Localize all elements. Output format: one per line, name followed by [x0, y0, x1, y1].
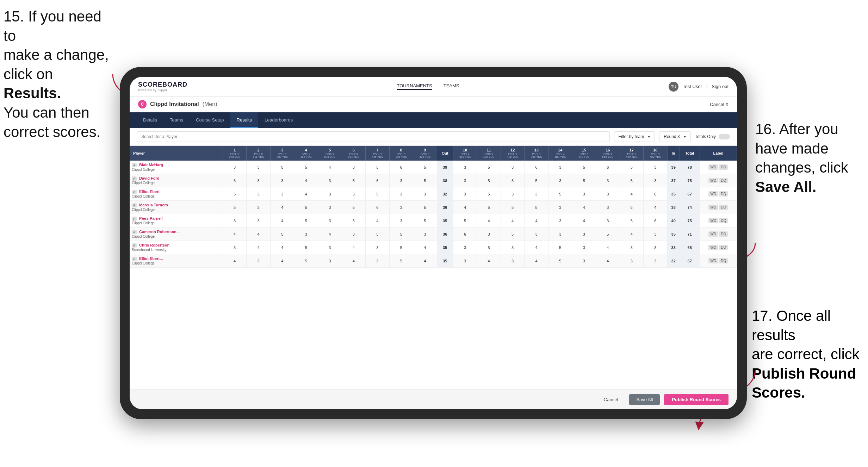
score-hole-14[interactable]: 5 [548, 254, 572, 268]
score-hole-13[interactable]: 4 [525, 214, 548, 228]
score-hole-11[interactable]: 3 [477, 228, 501, 241]
score-hole-15[interactable]: 3 [572, 187, 596, 201]
score-hole-11[interactable]: 5 [477, 241, 501, 254]
score-hole-7[interactable]: 5 [366, 161, 390, 174]
score-hole-5[interactable]: 3 [318, 187, 342, 201]
score-hole-8[interactable]: 6 [389, 161, 413, 174]
cancel-action-button[interactable]: Cancel [597, 394, 625, 405]
score-hole-4[interactable]: 4 [294, 174, 318, 187]
score-hole-12[interactable]: 5 [501, 228, 525, 241]
round-dropdown[interactable]: Round 3 [659, 131, 690, 142]
score-hole-10[interactable]: 6 [453, 228, 477, 241]
score-hole-12[interactable]: 5 [501, 201, 525, 214]
dq-button[interactable]: DQ [719, 245, 728, 250]
score-hole-10[interactable]: 3 [453, 174, 477, 187]
tab-details[interactable]: Details [137, 112, 163, 128]
score-hole-2[interactable]: 3 [247, 201, 271, 214]
score-hole-15[interactable]: 3 [572, 241, 596, 254]
tab-results[interactable]: Results [230, 112, 258, 128]
score-hole-12[interactable]: 3 [501, 254, 525, 268]
score-hole-8[interactable]: 3 [389, 214, 413, 228]
score-hole-18[interactable]: 4 [644, 201, 668, 214]
score-hole-13[interactable]: 4 [525, 241, 548, 254]
score-hole-1[interactable]: 4 [223, 228, 247, 241]
score-hole-1[interactable]: 6 [223, 174, 247, 187]
score-hole-15[interactable]: 3 [572, 254, 596, 268]
score-hole-16[interactable]: 5 [596, 228, 620, 241]
score-hole-2[interactable]: 4 [247, 241, 271, 254]
dq-button[interactable]: DQ [719, 164, 728, 170]
nav-tournaments[interactable]: TOURNAMENTS [397, 83, 432, 90]
wd-button[interactable]: WD [708, 205, 718, 210]
score-hole-11[interactable]: 4 [477, 254, 501, 268]
score-hole-17[interactable]: 5 [620, 161, 644, 174]
score-hole-17[interactable]: 5 [620, 201, 644, 214]
score-hole-10[interactable]: 3 [453, 241, 477, 254]
score-hole-15[interactable]: 3 [572, 228, 596, 241]
score-hole-16[interactable]: 3 [596, 201, 620, 214]
score-hole-13[interactable]: 5 [525, 201, 548, 214]
score-hole-4[interactable]: 4 [294, 187, 318, 201]
score-hole-14[interactable]: 3 [548, 161, 572, 174]
score-hole-10[interactable]: 5 [453, 214, 477, 228]
score-hole-9[interactable]: 3 [413, 228, 437, 241]
score-hole-6[interactable]: 3 [342, 228, 366, 241]
score-hole-3[interactable]: 5 [270, 161, 294, 174]
score-hole-16[interactable]: 4 [596, 254, 620, 268]
wd-button[interactable]: WD [708, 178, 718, 183]
score-hole-16[interactable]: 3 [596, 187, 620, 201]
score-hole-2[interactable]: 3 [247, 174, 271, 187]
score-hole-6[interactable]: 3 [342, 187, 366, 201]
score-hole-4[interactable]: 5 [294, 201, 318, 214]
score-hole-2[interactable]: 3 [247, 187, 271, 201]
score-hole-3[interactable]: 4 [270, 254, 294, 268]
score-hole-1[interactable]: 5 [223, 201, 247, 214]
score-hole-4[interactable]: 5 [294, 254, 318, 268]
score-hole-18[interactable]: 6 [644, 214, 668, 228]
score-hole-10[interactable]: 3 [453, 187, 477, 201]
score-hole-5[interactable]: 3 [318, 174, 342, 187]
score-hole-13[interactable]: 4 [525, 254, 548, 268]
score-hole-2[interactable]: 4 [247, 228, 271, 241]
score-hole-4[interactable]: 3 [294, 228, 318, 241]
score-hole-10[interactable]: 3 [453, 254, 477, 268]
score-hole-17[interactable]: 4 [620, 187, 644, 201]
score-hole-3[interactable]: 5 [270, 228, 294, 241]
score-hole-18[interactable]: 3 [644, 241, 668, 254]
score-hole-3[interactable]: 4 [270, 201, 294, 214]
score-hole-12[interactable]: 3 [501, 174, 525, 187]
score-hole-10[interactable]: 4 [453, 201, 477, 214]
score-hole-16[interactable]: 3 [596, 214, 620, 228]
score-hole-2[interactable]: 3 [247, 254, 271, 268]
score-hole-4[interactable]: 5 [294, 161, 318, 174]
nav-teams[interactable]: TEAMS [444, 83, 459, 90]
score-hole-7[interactable]: 3 [366, 254, 390, 268]
search-input[interactable] [137, 131, 610, 142]
score-hole-7[interactable]: 5 [366, 187, 390, 201]
score-hole-1[interactable]: 3 [223, 214, 247, 228]
score-hole-3[interactable]: 4 [270, 214, 294, 228]
score-hole-16[interactable]: 3 [596, 174, 620, 187]
wd-button[interactable]: WD [708, 218, 718, 223]
score-hole-6[interactable]: 4 [342, 241, 366, 254]
score-hole-11[interactable]: 5 [477, 161, 501, 174]
score-hole-11[interactable]: 5 [477, 201, 501, 214]
score-hole-3[interactable]: 4 [270, 241, 294, 254]
score-hole-7[interactable]: 5 [366, 228, 390, 241]
score-hole-9[interactable]: 5 [413, 214, 437, 228]
score-hole-5[interactable]: 3 [318, 214, 342, 228]
score-hole-12[interactable]: 3 [501, 187, 525, 201]
score-hole-4[interactable]: 5 [294, 214, 318, 228]
cancel-x-button[interactable]: Cancel X [710, 102, 728, 107]
toggle-switch[interactable] [719, 134, 730, 139]
score-hole-17[interactable]: 5 [620, 214, 644, 228]
wd-button[interactable]: WD [708, 258, 718, 263]
score-hole-16[interactable]: 4 [596, 241, 620, 254]
score-hole-11[interactable]: 4 [477, 214, 501, 228]
tab-teams[interactable]: Teams [163, 112, 190, 128]
score-hole-5[interactable]: 4 [318, 228, 342, 241]
score-hole-13[interactable]: 3 [525, 228, 548, 241]
score-hole-13[interactable]: 6 [525, 161, 548, 174]
dq-button[interactable]: DQ [719, 191, 728, 197]
score-hole-15[interactable]: 5 [572, 174, 596, 187]
